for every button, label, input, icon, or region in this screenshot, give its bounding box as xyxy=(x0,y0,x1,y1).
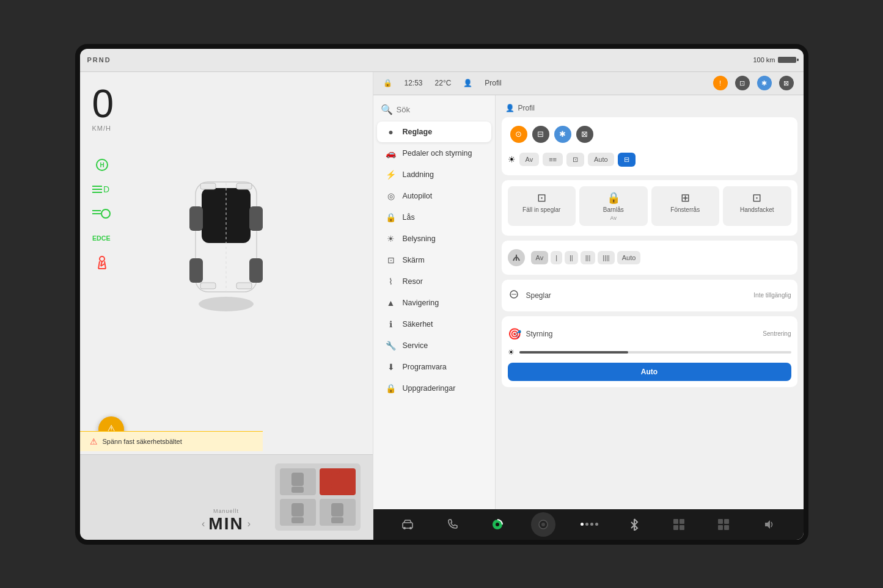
window-lock-label: Fönsterrås xyxy=(670,206,700,213)
dots-group xyxy=(581,523,598,526)
child-lock-sub: Av xyxy=(610,215,617,221)
profile-icon-btn-3[interactable]: ✱ xyxy=(554,126,571,143)
menu-item-navigering[interactable]: ▲Navigering xyxy=(377,292,491,313)
menu-item-laddning[interactable]: ⚡Laddning xyxy=(377,164,491,185)
profile-icon-btn-1[interactable]: ⊙ xyxy=(510,126,527,143)
prnd-display: PRND xyxy=(87,56,111,64)
brightness-low[interactable]: ≡≡ xyxy=(543,153,563,166)
header-temp: 22°C xyxy=(435,79,452,87)
svg-rect-24 xyxy=(249,206,263,231)
car-visualization xyxy=(177,145,275,353)
fan-icon xyxy=(92,206,112,221)
profile-icon-btn-4[interactable]: ⊠ xyxy=(576,126,593,143)
battery-indicator: 100 km xyxy=(753,56,796,64)
taskbar-apps-1[interactable] xyxy=(668,514,690,535)
mirror-lock-row: ⊡ Fäll in speglar 🔒 Barnlås Av ⊞ Fönster… xyxy=(508,186,791,226)
distance-label: 100 km xyxy=(753,56,775,64)
speed-display: 0 KM/H xyxy=(92,84,114,132)
wiper-off[interactable]: Av xyxy=(531,251,549,264)
taskbar-phone[interactable] xyxy=(441,514,463,535)
menu-item-las[interactable]: 🔒Lås xyxy=(377,207,491,228)
header-icon-2[interactable]: ⊡ xyxy=(735,76,750,90)
right-header: 🔒 12:53 22°C 👤 Profil ! ⊡ ✱ ⊠ xyxy=(373,72,804,95)
glove-btn[interactable]: ⊡ Handsfacket xyxy=(723,186,791,226)
brightness-med[interactable]: ⊡ xyxy=(566,153,584,167)
fold-mirrors-icon: ⊡ xyxy=(537,191,546,205)
taskbar-camera[interactable] xyxy=(531,512,555,537)
top-bar: PRND 100 km xyxy=(80,49,804,72)
warning-message: Spänn fast säkerhetsbältet xyxy=(103,438,182,445)
menu-item-reglage[interactable]: ●Reglage xyxy=(377,122,491,142)
header-icon-1[interactable]: ! xyxy=(713,76,728,90)
svg-rect-51 xyxy=(718,519,723,524)
header-icon-4[interactable]: ⊠ xyxy=(779,76,794,90)
fold-mirrors-btn[interactable]: ⊡ Fäll in speglar xyxy=(508,186,576,226)
svg-rect-20 xyxy=(236,183,252,189)
menu-label-reglage: Reglage xyxy=(403,128,433,136)
taskbar-apps-2[interactable] xyxy=(713,514,735,535)
taskbar-music[interactable] xyxy=(486,514,508,535)
taskbar-bluetooth[interactable] xyxy=(623,514,645,535)
glove-label: Handsfacket xyxy=(740,206,774,213)
svg-rect-50 xyxy=(680,525,684,530)
gear-value: MIN xyxy=(208,514,243,534)
menu-item-resor[interactable]: ⌇Resor xyxy=(377,271,491,292)
brightness-section: ⊙ ⊟ ✱ ⊠ ☀ Av ≡≡ ⊡ Auto ⊟ xyxy=(502,117,797,175)
wiper-4[interactable]: |||| xyxy=(598,251,614,264)
brightness-off[interactable]: Av xyxy=(519,153,540,166)
profile-icon-btn-2[interactable]: ⊟ xyxy=(532,126,549,143)
auto-button[interactable]: Auto xyxy=(508,363,791,381)
seat-diagram xyxy=(275,463,361,531)
svg-point-16 xyxy=(199,297,254,311)
search-input[interactable] xyxy=(397,105,496,114)
wiper-control: Av | || ||| |||| Auto xyxy=(508,247,791,269)
wiper-auto[interactable]: Auto xyxy=(617,251,641,264)
menu-item-belysning[interactable]: ☀Belysning xyxy=(377,228,491,249)
menu-icon-programvara: ⬇ xyxy=(386,362,397,372)
menu-label-programvara: Programvara xyxy=(403,363,447,371)
menu-item-autopilot[interactable]: ◎Autopilot xyxy=(377,186,491,206)
search-icon: 🔍 xyxy=(381,104,393,115)
parking-brake-icon: H xyxy=(92,158,112,172)
mirror-sub: Inte tillgänglig xyxy=(753,292,791,299)
brightness-full[interactable]: ⊟ xyxy=(618,153,636,167)
svg-rect-26 xyxy=(249,258,263,283)
brightness-slider[interactable] xyxy=(519,351,791,354)
taskbar xyxy=(373,509,804,540)
mirror-section: Speglar Inte tillgänglig xyxy=(502,280,797,311)
battery-bar xyxy=(778,57,796,63)
menu-item-programvara[interactable]: ⬇Programvara xyxy=(377,357,491,377)
brightness-icon: ☀ xyxy=(508,154,516,164)
menu-item-service[interactable]: 🔧Service xyxy=(377,335,491,356)
menu-item-pedaler[interactable]: 🚗Pedaler och styrning xyxy=(377,143,491,164)
menu-label-uppgraderingar: Uppgraderingar xyxy=(403,384,456,393)
steering-row: 🎯 Styrning Sentrering xyxy=(508,322,791,346)
taskbar-dots[interactable] xyxy=(578,514,600,535)
gear-indicator: Manuellt ‹ MIN › xyxy=(202,508,251,534)
dot-4 xyxy=(595,523,598,526)
taskbar-car[interactable] xyxy=(397,514,419,535)
wiper-1[interactable]: | xyxy=(551,251,562,264)
child-lock-btn[interactable]: 🔒 Barnlås Av xyxy=(579,186,648,226)
mirror-label: Speglar xyxy=(526,291,749,300)
steering-label: Styrning xyxy=(526,330,758,338)
header-time: 12:53 xyxy=(405,79,423,87)
wiper-3[interactable]: ||| xyxy=(581,251,596,264)
menu-item-sakerhet[interactable]: ℹSäkerhet xyxy=(377,314,491,335)
menu-item-uppgraderingar[interactable]: 🔒Uppgraderingar xyxy=(377,378,491,399)
wiper-2[interactable]: || xyxy=(565,251,578,264)
taskbar-volume[interactable] xyxy=(758,514,780,535)
window-lock-btn[interactable]: ⊞ Fönsterrås xyxy=(651,186,720,226)
svg-rect-53 xyxy=(718,525,723,530)
wiper-section: Av | || ||| |||| Auto xyxy=(502,241,797,275)
brightness-auto[interactable]: Auto xyxy=(588,153,614,166)
header-icon-3[interactable]: ✱ xyxy=(757,76,772,90)
menu-icon-las: 🔒 xyxy=(386,212,397,222)
svg-text:EDCE: EDCE xyxy=(92,234,111,242)
menu-item-skarm[interactable]: ⊡Skärm xyxy=(377,250,491,270)
mirror-row-icon xyxy=(508,289,521,302)
svg-point-41 xyxy=(403,527,406,529)
right-panel: 🔒 12:53 22°C 👤 Profil ! ⊡ ✱ ⊠ 🔍 xyxy=(373,72,804,540)
steering-section: 🎯 Styrning Sentrering ☀ Auto xyxy=(502,316,797,387)
menu-label-las: Lås xyxy=(403,213,415,222)
